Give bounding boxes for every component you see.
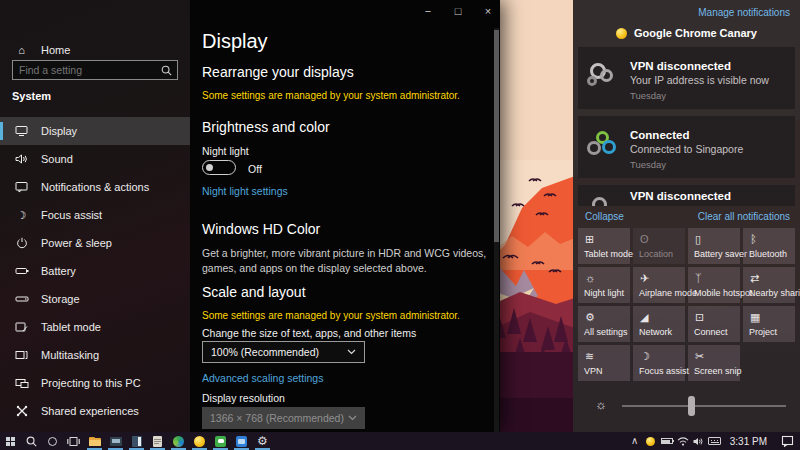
sidebar-item-tablet-mode[interactable]: Tablet mode (0, 313, 190, 341)
tile-connect[interactable]: ⊡ Connect (688, 306, 740, 342)
swirl-app-icon (173, 436, 184, 447)
taskbar: ⚙ ∧ (0, 432, 800, 450)
search-icon (26, 436, 37, 447)
taskbar-app-chrome-canary[interactable] (189, 432, 210, 450)
brightness-heading: Brightness and color (202, 119, 330, 135)
taskbar-app-document[interactable] (147, 432, 168, 450)
notification-vpn-disconnected-1[interactable]: VPN disconnected Your IP address is visi… (578, 47, 795, 109)
scale-admin-warning: Some settings are managed by your system… (202, 310, 460, 321)
tile-screen-snip[interactable]: ✂ Screen snip (688, 345, 740, 381)
settings-sidebar: ⌂ Home System Display (0, 0, 190, 432)
connect-icon: ⊡ (695, 311, 704, 324)
tray-touch-keyboard[interactable] (707, 432, 723, 450)
tile-network[interactable]: ◢ Network (633, 306, 685, 342)
tile-location: ʘ Location (633, 228, 685, 264)
advanced-scaling-link[interactable]: Advanced scaling settings (202, 372, 323, 384)
scale-dropdown[interactable]: 100% (Recommended) (202, 341, 365, 363)
battery-icon (661, 438, 673, 444)
start-button[interactable] (0, 432, 21, 450)
hd-color-description: Get a brighter, more vibrant picture in … (202, 246, 494, 276)
sidebar-item-projecting[interactable]: Projecting to this PC (0, 369, 190, 397)
sidebar-item-notifications[interactable]: Notifications & actions (0, 173, 190, 201)
tablet-mode-icon: ⊞ (585, 233, 594, 246)
tile-project[interactable]: ▦ Project (743, 306, 795, 342)
chevron-down-icon (348, 415, 357, 421)
tile-bluetooth[interactable]: ᛒ Bluetooth (743, 228, 795, 264)
taskbar-app-notebook[interactable] (126, 432, 147, 450)
tile-tablet-mode[interactable]: ⊞ Tablet mode (578, 228, 630, 264)
taskbar-app-swirl[interactable] (168, 432, 189, 450)
notifications-icon (14, 181, 29, 193)
sidebar-item-storage[interactable]: Storage (0, 285, 190, 313)
tile-vpn[interactable]: ≋ VPN (578, 345, 630, 381)
taskbar-app-settings[interactable]: ⚙ (252, 432, 273, 450)
airplane-mode-icon: ✈ (640, 272, 649, 285)
tray-overflow-button[interactable]: ∧ (627, 432, 643, 450)
mobile-hotspot-icon: ᛉ (695, 272, 702, 284)
keyboard-icon (708, 437, 721, 445)
taskbar-app-file-explorer[interactable] (84, 432, 105, 450)
taskbar-app-blue-tile[interactable] (231, 432, 252, 450)
collapse-link[interactable]: Collapse (585, 211, 624, 222)
speaker-icon (693, 437, 704, 446)
brightness-slider-thumb[interactable] (688, 396, 695, 416)
gear-icon: ⚙ (257, 435, 268, 447)
sidebar-item-shared-experiences[interactable]: Shared experiences (0, 397, 190, 425)
scrollbar-thumb[interactable] (494, 30, 499, 242)
night-light-icon: ☼ (585, 272, 595, 284)
tray-battery[interactable] (659, 432, 675, 450)
clear-all-notifications-link[interactable]: Clear all notifications (698, 211, 790, 222)
notification-group-header[interactable]: Google Chrome Canary (573, 27, 800, 39)
screen-snip-icon: ✂ (695, 350, 704, 363)
notification-connected[interactable]: Connected Connected to Singapore Tuesday (578, 116, 795, 178)
tile-battery-saver[interactable]: ▯ Battery saver (688, 228, 740, 264)
tile-airplane-mode[interactable]: ✈ Airplane mode (633, 267, 685, 303)
cortana-button[interactable] (42, 432, 63, 450)
vpn-icon: ≋ (585, 350, 594, 363)
tile-night-light[interactable]: ☼ Night light (578, 267, 630, 303)
sidebar-item-focus-assist[interactable]: ☽ Focus assist (0, 201, 190, 229)
tablet-mode-icon (14, 321, 29, 333)
tile-focus-assist[interactable]: ☽ Focus assist (633, 345, 685, 381)
tray-volume[interactable] (691, 432, 707, 450)
night-light-toggle[interactable] (202, 160, 236, 175)
taskbar-search-button[interactable] (21, 432, 42, 450)
taskbar-app-pc[interactable] (105, 432, 126, 450)
sidebar-item-sound[interactable]: Sound (0, 145, 190, 173)
gear-icon: ⚙ (585, 311, 595, 324)
rearrange-heading: Rearrange your displays (202, 64, 354, 80)
shared-experiences-icon (14, 405, 29, 417)
sidebar-item-multitasking[interactable]: Multitasking (0, 341, 190, 369)
search-icon[interactable] (161, 65, 177, 76)
task-view-button[interactable] (63, 432, 84, 450)
search-box (12, 60, 178, 80)
notification-vpn-disconnected-2[interactable]: VPN disconnected (578, 185, 795, 206)
tile-all-settings[interactable]: ⚙ All settings (578, 306, 630, 342)
action-center-button[interactable] (774, 432, 800, 450)
sidebar-section-system: System (12, 90, 51, 102)
tray-wifi[interactable] (675, 432, 691, 450)
home-icon: ⌂ (14, 44, 29, 56)
hd-color-heading: Windows HD Color (202, 221, 320, 237)
tile-nearby-sharing[interactable]: ⇄ Nearby sharing (743, 267, 795, 303)
blue-app-icon (236, 436, 247, 447)
page-title: Display (202, 30, 268, 53)
night-light-settings-link[interactable]: Night light settings (202, 185, 288, 197)
sidebar-item-display[interactable]: Display (0, 117, 190, 145)
night-light-state: Off (248, 163, 262, 175)
settings-window: ← Settings − □ × ⌂ Home System (0, 0, 500, 432)
search-input[interactable] (13, 64, 161, 76)
taskbar-clock[interactable]: 3:31 PM (723, 436, 774, 447)
document-app-icon (153, 436, 162, 447)
windows-logo-icon (6, 437, 15, 446)
brightness-slider-track[interactable] (622, 405, 786, 407)
taskbar-app-messenger[interactable] (210, 432, 231, 450)
tray-chrome-canary[interactable] (643, 432, 659, 450)
manage-notifications-link[interactable]: Manage notifications (698, 7, 790, 18)
sidebar-item-power-sleep[interactable]: Power & sleep (0, 229, 190, 257)
tile-mobile-hotspot[interactable]: ᛉ Mobile hotspot (688, 267, 740, 303)
nearby-sharing-icon: ⇄ (750, 272, 759, 285)
sidebar-item-battery[interactable]: Battery (0, 257, 190, 285)
storage-icon (14, 294, 29, 304)
system-tray: ∧ (627, 432, 800, 450)
